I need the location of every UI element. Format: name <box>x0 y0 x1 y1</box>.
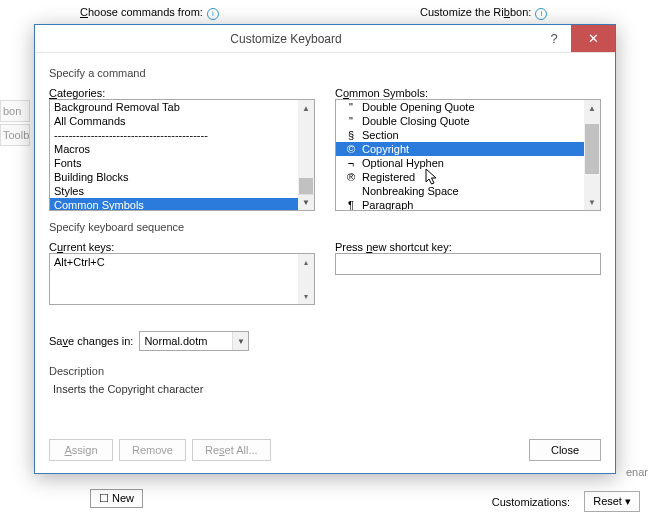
info-icon[interactable]: i <box>535 8 547 20</box>
bg-reset-button[interactable]: Reset ▾ <box>584 491 640 512</box>
list-item[interactable]: Nonbreaking Space <box>336 184 584 198</box>
scrollbar[interactable]: ▲ ▼ <box>584 100 600 210</box>
list-item[interactable]: ®Registered <box>336 170 584 184</box>
info-icon[interactable]: i <box>207 8 219 20</box>
list-item[interactable]: All Commands <box>50 114 298 128</box>
symbols-listbox[interactable]: "Double Opening Quote"Double Closing Quo… <box>335 99 601 211</box>
bg-left-item[interactable]: Toolba <box>0 124 30 146</box>
current-key-value: Alt+Ctrl+C <box>54 256 105 268</box>
current-keys-box[interactable]: Alt+Ctrl+C ▴ ▾ <box>49 253 315 305</box>
save-changes-combo[interactable]: Normal.dotm ▼ <box>139 331 249 351</box>
press-new-label: Press new shortcut key: <box>335 241 601 253</box>
description-label: Description <box>49 365 601 377</box>
scroll-up-icon[interactable]: ▲ <box>298 100 314 116</box>
list-item[interactable]: "Double Opening Quote <box>336 100 584 114</box>
current-keys-label: Current keys: <box>49 241 315 253</box>
help-button[interactable]: ? <box>537 25 571 52</box>
description-text: Inserts the Copyright character <box>53 383 597 395</box>
list-item[interactable]: §Section <box>336 128 584 142</box>
save-changes-label: Save changes in: <box>49 335 133 347</box>
list-item[interactable]: ¶Paragraph <box>336 198 584 210</box>
bg-left-item[interactable]: bon <box>0 100 30 122</box>
specify-command-label: Specify a command <box>49 67 601 79</box>
scroll-up-icon[interactable]: ▴ <box>298 254 314 270</box>
dialog-title: Customize Keyboard <box>35 32 537 46</box>
bg-partial-text: enar <box>626 466 648 478</box>
list-item[interactable]: Styles <box>50 184 298 198</box>
customize-keyboard-dialog: Customize Keyboard ? ✕ Specify a command… <box>34 24 616 474</box>
scroll-down-icon[interactable]: ▾ <box>298 288 314 304</box>
scroll-thumb[interactable] <box>585 124 599 174</box>
scrollbar[interactable]: ▴ ▾ <box>298 254 314 304</box>
titlebar: Customize Keyboard ? ✕ <box>35 25 615 53</box>
list-item[interactable]: Background Removal Tab <box>50 100 298 114</box>
close-button[interactable]: Close <box>529 439 601 461</box>
list-item[interactable]: Building Blocks <box>50 170 298 184</box>
list-item[interactable]: "Double Closing Quote <box>336 114 584 128</box>
save-changes-value: Normal.dotm <box>140 335 232 347</box>
scrollbar[interactable]: ▲ ▼ <box>298 100 314 210</box>
close-icon[interactable]: ✕ <box>571 25 615 52</box>
dropdown-icon[interactable]: ▼ <box>298 194 314 210</box>
specify-sequence-label: Specify keyboard sequence <box>49 221 601 233</box>
list-item[interactable]: Macros <box>50 142 298 156</box>
bg-new-button[interactable]: ☐ New <box>90 489 143 508</box>
symbols-label: Common Symbols: <box>335 87 601 99</box>
scroll-up-icon[interactable]: ▲ <box>584 100 600 116</box>
list-item[interactable]: ----------------------------------------… <box>50 128 298 142</box>
bg-ribbon-label: Customize the Ribbon: <box>420 6 531 18</box>
reset-all-button: Reset All... <box>192 439 271 461</box>
categories-label: Categories: <box>49 87 315 99</box>
list-item[interactable]: ¬Optional Hyphen <box>336 156 584 170</box>
bg-cust-label: Customizations: <box>492 496 570 508</box>
press-new-input[interactable] <box>335 253 601 275</box>
list-item[interactable]: Fonts <box>50 156 298 170</box>
scroll-down-icon[interactable]: ▼ <box>584 194 600 210</box>
assign-button: Assign <box>49 439 113 461</box>
list-item[interactable]: Common Symbols <box>50 198 298 210</box>
chevron-down-icon[interactable]: ▼ <box>232 332 248 350</box>
list-item[interactable]: ©Copyright <box>336 142 584 156</box>
bg-choose-label: hoose commands from: <box>88 6 203 18</box>
remove-button: Remove <box>119 439 186 461</box>
categories-listbox[interactable]: Background Removal TabAll Commands------… <box>49 99 315 211</box>
